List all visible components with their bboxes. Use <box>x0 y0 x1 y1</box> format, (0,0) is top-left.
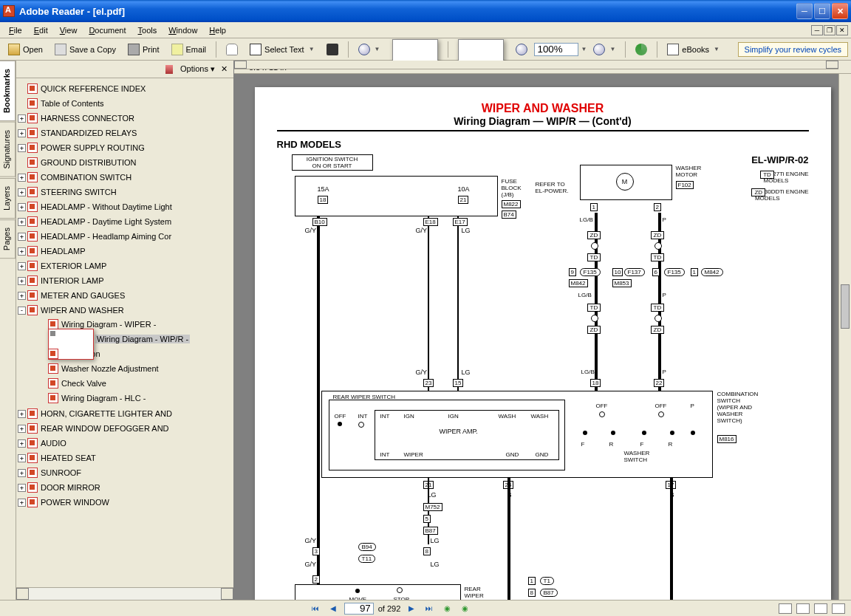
zoom-dropdown[interactable]: ▼ <box>581 46 587 52</box>
bookmark-item[interactable]: +STEERING SWITCH <box>18 185 232 199</box>
expand-toggle[interactable]: + <box>18 262 26 270</box>
last-page-button[interactable]: ⏭ <box>423 603 436 615</box>
expand-toggle[interactable]: + <box>18 218 26 226</box>
facing-view[interactable] <box>814 603 827 614</box>
expand-toggle[interactable]: + <box>18 114 26 123</box>
bookmark-item[interactable]: +STANDARDIZED RELAYS <box>18 126 232 140</box>
bookmark-item[interactable]: +HEADLAMP - Without Daytime Light <box>18 200 232 213</box>
mdi-close-button[interactable]: ✕ <box>836 25 848 35</box>
scroll-right-button[interactable] <box>221 588 233 600</box>
first-page-button[interactable]: ⏮ <box>309 603 322 615</box>
expand-toggle[interactable]: + <box>18 454 26 462</box>
bookmark-item[interactable]: +METER AND GAUGES <box>18 289 232 302</box>
menu-help[interactable]: Help <box>203 24 232 36</box>
bookmark-item[interactable]: +HEATED SEAT <box>18 451 232 465</box>
bookmark-item[interactable]: +REAR WINDOW DEFOGGER AND <box>18 422 232 435</box>
bookmark-item[interactable]: +INTERIOR LAMP <box>18 274 232 287</box>
expand-toggle[interactable]: + <box>18 203 26 211</box>
mdi-restore-button[interactable]: ❐ <box>824 25 835 35</box>
hand-tool-button[interactable] <box>221 41 243 58</box>
bookmark-item[interactable]: +HEADLAMP <box>18 244 232 258</box>
rotate-button[interactable] <box>630 41 652 58</box>
save-copy-button[interactable]: Save a Copy <box>49 41 121 58</box>
expand-toggle[interactable]: + <box>18 277 26 285</box>
forward-button[interactable]: ◉ <box>458 603 471 615</box>
expand-toggle[interactable]: + <box>18 144 26 152</box>
bookmark-item[interactable]: +HEADLAMP - Daytime Light System <box>18 215 232 228</box>
review-cycles-button[interactable]: Simplify your review cycles <box>738 42 848 57</box>
print-button[interactable]: Print <box>123 41 165 58</box>
menu-document[interactable]: Document <box>83 24 131 36</box>
menu-window[interactable]: Window <box>163 24 203 36</box>
expand-toggle[interactable]: + <box>18 499 26 507</box>
menu-file[interactable]: File <box>3 24 28 36</box>
bookmark-item[interactable]: Washer Nozzle Adjustment <box>38 362 232 375</box>
ebooks-button[interactable]: eBooks▼ <box>662 41 725 58</box>
tab-layers[interactable]: Layers <box>0 178 16 219</box>
bookmark-item[interactable]: Table of Contents <box>18 97 232 110</box>
options-menu[interactable]: Options ▾ <box>180 64 215 74</box>
expand-toggle[interactable]: + <box>18 425 26 433</box>
expand-toggle[interactable]: + <box>18 292 26 300</box>
bookmark-item[interactable]: GROUND DISTRIBUTION <box>18 156 232 169</box>
bookmark-item[interactable]: +DOOR MIRROR <box>18 481 232 494</box>
tab-signatures[interactable]: Signatures <box>0 122 16 177</box>
doc-hscroll-top[interactable] <box>234 61 838 69</box>
bookmark-item[interactable]: Check Valve <box>38 377 232 390</box>
bookmark-item[interactable]: Wiring Diagram - HLC - <box>38 391 232 405</box>
expand-toggle[interactable]: + <box>18 129 26 137</box>
single-page-view[interactable] <box>779 603 792 614</box>
close-button[interactable]: ✕ <box>832 3 848 19</box>
bookmark-item[interactable]: +COMBINATION SWITCH <box>18 171 232 184</box>
bookmark-item[interactable]: QUICK REFERENCE INDEX <box>18 82 232 95</box>
bookmark-item[interactable]: +HARNESS CONNECTOR <box>18 112 232 125</box>
expand-toggle[interactable]: + <box>18 233 26 241</box>
bookmark-item[interactable]: +POWER WINDOW <box>18 496 232 509</box>
continuous-view[interactable] <box>796 603 810 614</box>
zoom-input[interactable] <box>534 43 578 56</box>
snapshot-button[interactable] <box>321 41 344 58</box>
select-text-button[interactable]: Select Text▼ <box>245 41 320 58</box>
bookmark-item[interactable]: +SUNROOF <box>18 466 232 479</box>
bookmark-item[interactable]: +HORN, CIGARETTE LIGHTER AND <box>18 407 232 420</box>
expand-toggle[interactable]: + <box>18 247 26 256</box>
bookmark-item[interactable]: +EXTERIOR LAMP <box>18 259 232 273</box>
expand-toggle[interactable]: + <box>18 484 26 492</box>
back-button[interactable]: ◉ <box>440 603 454 615</box>
expand-toggle[interactable]: - <box>18 307 26 315</box>
menu-tools[interactable]: Tools <box>132 24 163 36</box>
email-button[interactable]: Email <box>166 41 212 58</box>
bookmark-item[interactable]: +AUDIO <box>18 437 232 450</box>
menu-view[interactable]: View <box>54 24 83 36</box>
expand-toggle[interactable]: + <box>18 469 26 477</box>
open-button[interactable]: Open <box>3 41 48 58</box>
scroll-left-button[interactable] <box>16 588 29 600</box>
zoom-out-button[interactable] <box>510 41 533 58</box>
bookmark-item[interactable]: Wiring Diagram - WIP/R - <box>38 332 232 346</box>
expand-toggle[interactable]: + <box>18 174 26 182</box>
bookmark-item[interactable]: +HEADLAMP - Headlamp Aiming Cor <box>18 230 232 243</box>
page-number-input[interactable] <box>344 603 374 615</box>
zoom-plus-button[interactable]: ▼ <box>588 41 621 58</box>
new-page-button[interactable] <box>387 41 443 58</box>
close-panel-button[interactable]: ✕ <box>221 64 228 74</box>
tab-pages[interactable]: Pages <box>0 219 16 259</box>
bookmark-item[interactable]: -WIPER AND WASHER <box>18 304 232 317</box>
expand-toggle[interactable]: + <box>18 188 26 196</box>
menu-edit[interactable]: Edit <box>28 24 54 36</box>
maximize-button[interactable]: ☐ <box>814 3 830 19</box>
next-page-button[interactable]: ▶ <box>405 603 418 615</box>
bookmarks-hscroll[interactable] <box>16 587 233 600</box>
bookmark-icon <box>48 378 58 389</box>
tab-bookmarks[interactable]: Bookmarks <box>0 61 16 121</box>
expand-toggle[interactable]: + <box>18 410 26 418</box>
bookmark-item[interactable]: +POWER SUPPLY ROUTING <box>18 141 232 154</box>
prev-page-button[interactable]: ◀ <box>327 603 340 615</box>
continuous-facing-view[interactable] <box>832 603 845 614</box>
mdi-minimize-button[interactable]: ─ <box>811 25 823 35</box>
zoom-in-button[interactable]: ▼ <box>353 41 386 58</box>
minimize-button[interactable]: ─ <box>796 3 813 19</box>
expand-toggle[interactable]: + <box>18 439 26 448</box>
fit-page-button[interactable] <box>453 41 509 58</box>
doc-vscroll[interactable] <box>838 74 851 600</box>
